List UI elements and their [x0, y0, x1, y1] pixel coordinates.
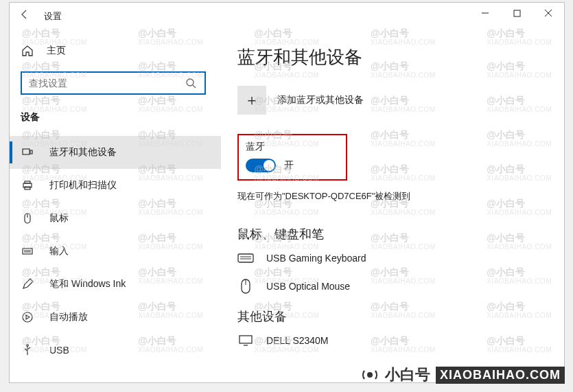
app-title: 设置	[44, 10, 62, 23]
sidebar-item-autoplay[interactable]: 自动播放	[10, 301, 221, 334]
svg-point-2	[187, 79, 194, 86]
svg-rect-17	[238, 254, 253, 262]
mouse-icon	[21, 211, 34, 225]
brand-logo-cn: 小白号	[385, 365, 430, 385]
home-icon	[21, 44, 34, 58]
printer-icon	[21, 178, 34, 192]
brand-logo: 小白号 XIAOBAIHAO.COM	[360, 365, 565, 385]
device-row[interactable]: USB Gaming Keyboard	[237, 252, 548, 264]
discoverable-text: 现在可作为"DESKTOP-QD7CE6F"被检测到	[237, 190, 548, 203]
bluetooth-section-label: 蓝牙	[246, 141, 339, 153]
sidebar-item-label: 蓝牙和其他设备	[49, 146, 117, 159]
keyboard-device-icon	[237, 252, 254, 264]
bluetooth-toggle-label: 开	[284, 159, 294, 172]
sidebar-item-label: USB	[49, 345, 69, 356]
maximize-button[interactable]	[501, 3, 533, 23]
sidebar-item-printers[interactable]: 打印机和扫描仪	[10, 169, 221, 202]
sidebar-item-label: 自动播放	[49, 311, 88, 323]
svg-point-24	[367, 372, 373, 378]
sidebar-item-typing[interactable]: 输入	[10, 235, 221, 268]
bluetooth-toggle[interactable]	[246, 159, 276, 172]
pen-icon	[21, 277, 34, 291]
brand-logo-en: XIAOBAIHAO.COM	[436, 367, 565, 384]
sidebar-item-mouse[interactable]: 鼠标	[10, 202, 221, 235]
devices-icon	[21, 146, 34, 159]
svg-line-3	[193, 85, 196, 88]
svg-rect-11	[23, 249, 32, 254]
add-device-row[interactable]: ＋ 添加蓝牙或其他设备	[237, 86, 548, 115]
sidebar-home[interactable]: 主页	[10, 41, 221, 65]
sidebar-section-label: 设备	[10, 107, 221, 136]
keyboard-icon	[21, 244, 34, 258]
svg-rect-5	[30, 150, 32, 154]
monitor-device-icon	[237, 334, 254, 347]
device-row[interactable]: DELL S2340M	[237, 334, 548, 347]
sidebar-item-pen[interactable]: 笔和 Windows Ink	[10, 268, 221, 301]
sidebar-item-usb[interactable]: USB	[10, 334, 221, 367]
device-label: DELL S2340M	[266, 335, 329, 346]
minimize-button[interactable]	[469, 3, 501, 23]
autoplay-icon	[21, 310, 34, 324]
close-button[interactable]	[533, 3, 564, 23]
page-title: 蓝牙和其他设备	[237, 45, 548, 69]
sidebar: 主页 设备 蓝牙和其他设备 打印机和扫描仪	[10, 26, 221, 382]
svg-rect-22	[239, 336, 252, 343]
sidebar-item-bluetooth[interactable]: 蓝牙和其他设备	[10, 136, 221, 169]
settings-window: 设置 主页	[9, 2, 565, 383]
sidebar-item-label: 鼠标	[49, 212, 69, 224]
titlebar: 设置	[10, 3, 564, 26]
svg-rect-7	[25, 181, 30, 183]
usb-icon	[21, 343, 34, 357]
svg-rect-1	[514, 10, 520, 16]
sidebar-home-label: 主页	[47, 45, 66, 57]
search-icon	[183, 78, 199, 89]
section-mouse-keyboard: 鼠标、键盘和笔	[237, 226, 548, 242]
device-row[interactable]: USB Optical Mouse	[237, 278, 548, 295]
mouse-device-icon	[237, 278, 254, 295]
back-button[interactable]	[15, 5, 34, 24]
sidebar-item-label: 打印机和扫描仪	[49, 179, 117, 192]
add-device-label: 添加蓝牙或其他设备	[277, 94, 364, 106]
svg-rect-4	[23, 149, 30, 154]
sidebar-item-label: 输入	[49, 245, 69, 257]
search-input-container[interactable]	[21, 71, 206, 95]
plus-icon: ＋	[237, 86, 266, 115]
main-panel: 蓝牙和其他设备 ＋ 添加蓝牙或其他设备 蓝牙 开 现在可作为"DESKTOP-Q…	[221, 26, 564, 382]
bluetooth-highlight-box: 蓝牙 开	[237, 134, 347, 181]
search-input[interactable]	[29, 78, 183, 89]
device-label: USB Gaming Keyboard	[266, 253, 366, 264]
svg-point-14	[23, 312, 32, 322]
device-label: USB Optical Mouse	[266, 281, 350, 292]
section-other-devices: 其他设备	[237, 308, 548, 325]
sidebar-item-label: 笔和 Windows Ink	[49, 278, 126, 290]
